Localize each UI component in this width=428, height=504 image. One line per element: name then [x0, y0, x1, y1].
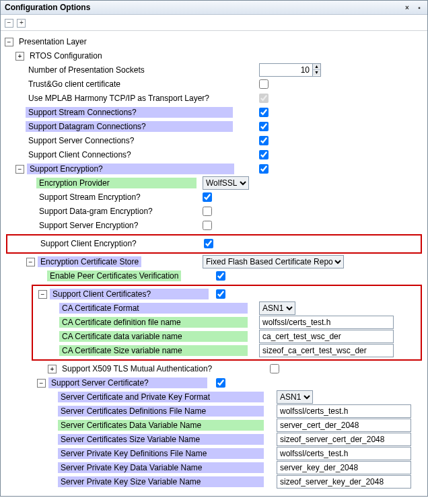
toggle-icon[interactable]: −	[37, 379, 46, 388]
tree-item-server-conn: Support Server Connections?	[1, 134, 427, 148]
tree-item-stream-enc: Support Stream Encryption?	[1, 190, 427, 205]
tree-item-client-conn: Support Client Connections?	[1, 148, 427, 162]
tree-item-client-certs[interactable]: − Support Client Certificates?	[33, 287, 421, 301]
client-certs-checkbox[interactable]	[216, 289, 225, 299]
server-enc-checkbox[interactable]	[203, 221, 212, 230]
dgram-enc-checkbox[interactable]	[203, 207, 212, 216]
label: CA Certificate definition file name	[59, 317, 248, 328]
toggle-icon[interactable]: −	[38, 290, 47, 299]
tree-item-ca-size-var: CA Certificate Size variable name	[33, 344, 421, 358]
step-down-icon[interactable]: ▼	[313, 70, 320, 75]
peer-verify-checkbox[interactable]	[216, 271, 225, 281]
stream-enc-checkbox[interactable]	[203, 192, 212, 202]
toggle-icon[interactable]: −	[15, 165, 24, 174]
tree-item-client-enc: Support Client Encryption?	[7, 237, 421, 251]
label: Support Server Connections?	[26, 135, 137, 146]
ca-size-var-input[interactable]	[259, 344, 394, 357]
tree-item-pk-def-file: Server Private Key Definitions File Name	[1, 447, 427, 461]
tree-item-server-enc: Support Server Encryption?	[1, 219, 427, 233]
expand-all-button[interactable]: +	[17, 19, 26, 28]
label: CA Certificate data variable name	[59, 331, 248, 342]
label: Support Client Encryption?	[38, 238, 139, 249]
x509-checkbox[interactable]	[270, 364, 279, 373]
tree-item-ca-data-var: CA Certificate data variable name	[33, 330, 421, 344]
tree-item-cert-store[interactable]: − Encryption Certificate Store Fixed Fla…	[1, 255, 427, 269]
tree-item-sc-data-var: Server Certificates Data Variable Name	[1, 419, 427, 433]
tree-item-encryption[interactable]: − Support Encryption?	[1, 162, 427, 176]
enc-provider-select[interactable]: WolfSSL	[203, 176, 249, 190]
step-up-icon[interactable]: ▲	[313, 64, 320, 70]
highlight-box-client-certs: − Support Client Certificates? CA Certif…	[32, 285, 422, 361]
label: Server Certificates Data Variable Name	[58, 420, 264, 431]
sc-size-var-input[interactable]	[277, 433, 411, 446]
window-title: Configuration Options	[5, 3, 90, 12]
pk-def-file-input[interactable]	[277, 447, 411, 460]
server-conn-checkbox[interactable]	[259, 136, 269, 145]
label: Presentation Layer	[16, 36, 90, 47]
tree-item-trustgo: Trust&Go client certificate	[1, 77, 427, 92]
label: Support Stream Encryption?	[36, 192, 143, 203]
tree-item-rtos[interactable]: + RTOS Configuration	[1, 49, 427, 63]
label: Support Server Encryption?	[36, 220, 141, 231]
label: Support Server Certificate?	[48, 377, 207, 388]
label: CA Certificate Size variable name	[59, 345, 248, 356]
label: Server Certificates Size Variable Name	[58, 434, 264, 445]
label: CA Certificate Format	[59, 303, 248, 314]
highlight-box-client-enc: Support Client Encryption?	[6, 234, 422, 254]
tree-item-dgram-enc: Support Data-gram Encryption?	[1, 205, 427, 219]
label: Support Stream Connections?	[26, 107, 233, 118]
tree-item-ca-def-file: CA Certificate definition file name	[33, 316, 421, 330]
ca-format-select[interactable]: ASN1	[259, 301, 295, 315]
tree-item-x509[interactable]: + Support X509 TLS Mutual Authentication…	[1, 362, 427, 376]
collapse-all-button[interactable]: −	[5, 19, 13, 28]
client-conn-checkbox[interactable]	[259, 150, 269, 159]
sockets-input[interactable]	[259, 63, 313, 77]
toggle-icon[interactable]: −	[5, 38, 13, 46]
sc-def-file-input[interactable]	[277, 404, 411, 418]
tree-item-sc-format: Server Certificate and Private Key Forma…	[1, 390, 427, 404]
ca-def-file-input[interactable]	[259, 316, 394, 329]
tree-item-ca-format: CA Certificate Format ASN1	[33, 301, 421, 316]
tree-item-dgram-conn: Support Datagram Connections?	[1, 120, 427, 134]
label: Trust&Go client certificate	[26, 79, 123, 89]
tree-item-server-cert[interactable]: − Support Server Certificate?	[1, 376, 427, 390]
pin-icon[interactable]: ×	[403, 3, 411, 11]
sockets-stepper[interactable]: ▲▼	[259, 63, 321, 77]
stream-conn-checkbox[interactable]	[259, 108, 269, 117]
pk-data-var-input[interactable]	[277, 461, 411, 474]
label: Support Client Certificates?	[50, 289, 209, 299]
pk-size-var-input[interactable]	[277, 475, 411, 489]
config-window: Configuration Options × ▪ − + − Presenta…	[0, 0, 428, 497]
label: Server Certificate and Private Key Forma…	[58, 392, 264, 402]
ca-data-var-input[interactable]	[259, 330, 394, 343]
cert-store-select[interactable]: Fixed Flash Based Certificate Repo	[203, 255, 344, 268]
label: Server Certificates Definitions File Nam…	[58, 406, 264, 417]
titlebar: Configuration Options × ▪	[1, 1, 427, 15]
server-cert-checkbox[interactable]	[216, 378, 225, 388]
tree-item-enc-provider: Encryption Provider WolfSSL	[1, 176, 427, 190]
tree-item-sc-def-file: Server Certificates Definitions File Nam…	[1, 404, 427, 419]
tree-item-peer-verify: Enable Peer Certificates Verification	[1, 269, 427, 283]
sc-data-var-input[interactable]	[277, 419, 411, 432]
trustgo-checkbox[interactable]	[259, 79, 269, 89]
label: Support Client Connections?	[26, 149, 134, 160]
close-icon[interactable]: ▪	[415, 3, 423, 11]
dgram-conn-checkbox[interactable]	[259, 122, 269, 131]
toggle-icon[interactable]: −	[26, 258, 35, 266]
label: RTOS Configuration	[27, 50, 105, 61]
mplab-checkbox	[259, 94, 269, 103]
sc-format-select[interactable]: ASN1	[277, 390, 313, 404]
tree-item-stream-conn: Support Stream Connections?	[1, 106, 427, 120]
tree-item-root[interactable]: − Presentation Layer	[1, 35, 427, 49]
tree-item-pk-data-var: Server Private Key Data Variable Name	[1, 461, 427, 475]
label: Use MPLAB Harmony TCP/IP as Transport La…	[26, 93, 212, 104]
encryption-checkbox[interactable]	[259, 164, 269, 174]
client-enc-checkbox[interactable]	[204, 239, 213, 248]
label: Number of Presentation Sockets	[26, 65, 147, 75]
label: Server Private Key Definitions File Name	[58, 448, 264, 459]
toggle-icon[interactable]: +	[15, 52, 24, 61]
toggle-icon[interactable]: +	[48, 365, 57, 373]
tree: − Presentation Layer + RTOS Configuratio…	[1, 31, 427, 496]
label: Support Data-gram Encryption?	[36, 206, 155, 217]
label: Server Private Key Data Variable Name	[58, 462, 264, 473]
